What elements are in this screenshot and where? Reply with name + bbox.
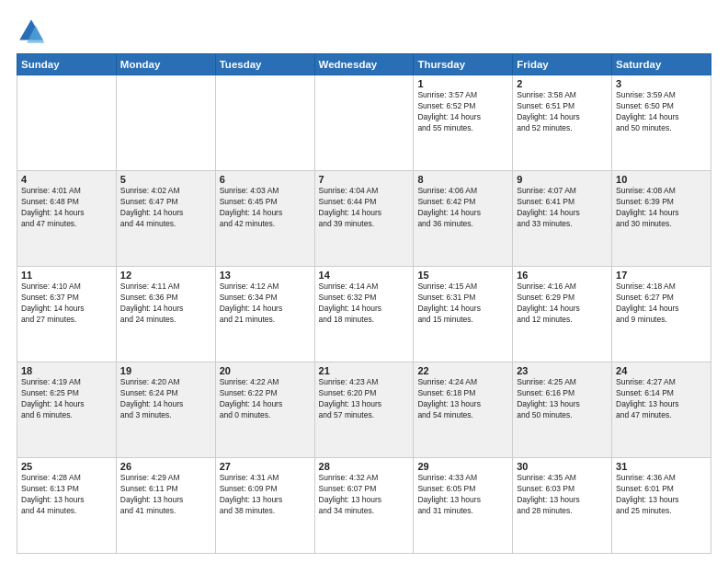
day-info: Sunrise: 4:01 AM Sunset: 6:48 PM Dayligh… — [21, 186, 112, 230]
calendar-cell — [17, 75, 117, 171]
day-info: Sunrise: 4:19 AM Sunset: 6:25 PM Dayligh… — [21, 377, 112, 421]
calendar-cell — [116, 75, 215, 171]
calendar-cell: 21Sunrise: 4:23 AM Sunset: 6:20 PM Dayli… — [314, 362, 414, 458]
calendar-cell: 12Sunrise: 4:11 AM Sunset: 6:36 PM Dayli… — [116, 267, 215, 362]
day-number: 10 — [616, 174, 707, 185]
calendar-cell: 3Sunrise: 3:59 AM Sunset: 6:50 PM Daylig… — [612, 75, 711, 171]
weekday-header-monday: Monday — [116, 54, 215, 75]
day-info: Sunrise: 4:20 AM Sunset: 6:24 PM Dayligh… — [120, 377, 211, 421]
day-number: 19 — [120, 365, 211, 376]
calendar-cell: 25Sunrise: 4:28 AM Sunset: 6:13 PM Dayli… — [17, 458, 117, 554]
day-number: 6 — [220, 174, 311, 185]
week-row-3: 11Sunrise: 4:10 AM Sunset: 6:37 PM Dayli… — [17, 267, 711, 362]
day-info: Sunrise: 3:58 AM Sunset: 6:51 PM Dayligh… — [517, 90, 608, 134]
week-row-4: 18Sunrise: 4:19 AM Sunset: 6:25 PM Dayli… — [17, 362, 711, 458]
calendar-cell — [314, 75, 414, 171]
week-row-5: 25Sunrise: 4:28 AM Sunset: 6:13 PM Dayli… — [17, 458, 711, 554]
day-info: Sunrise: 4:33 AM Sunset: 6:05 PM Dayligh… — [417, 473, 508, 517]
calendar-cell: 1Sunrise: 3:57 AM Sunset: 6:52 PM Daylig… — [414, 75, 513, 171]
day-number: 28 — [319, 461, 410, 472]
weekday-header-tuesday: Tuesday — [215, 54, 314, 75]
day-number: 25 — [21, 461, 112, 472]
calendar-cell: 5Sunrise: 4:02 AM Sunset: 6:47 PM Daylig… — [116, 171, 215, 267]
weekday-header-friday: Friday — [513, 54, 612, 75]
day-number: 21 — [319, 365, 410, 376]
day-info: Sunrise: 4:22 AM Sunset: 6:22 PM Dayligh… — [220, 377, 311, 421]
day-info: Sunrise: 4:36 AM Sunset: 6:01 PM Dayligh… — [616, 473, 707, 517]
logo — [17, 17, 50, 46]
day-info: Sunrise: 4:12 AM Sunset: 6:34 PM Dayligh… — [220, 282, 311, 326]
calendar-cell: 11Sunrise: 4:10 AM Sunset: 6:37 PM Dayli… — [17, 267, 117, 362]
day-number: 14 — [319, 270, 410, 281]
day-number: 18 — [21, 365, 112, 376]
day-number: 31 — [616, 461, 707, 472]
calendar-cell: 16Sunrise: 4:16 AM Sunset: 6:29 PM Dayli… — [513, 267, 612, 362]
day-info: Sunrise: 4:16 AM Sunset: 6:29 PM Dayligh… — [517, 282, 608, 326]
day-info: Sunrise: 4:03 AM Sunset: 6:45 PM Dayligh… — [220, 186, 311, 230]
week-row-1: 1Sunrise: 3:57 AM Sunset: 6:52 PM Daylig… — [17, 75, 711, 171]
day-number: 5 — [120, 174, 211, 185]
day-number: 24 — [616, 365, 707, 376]
weekday-header-row: SundayMondayTuesdayWednesdayThursdayFrid… — [17, 54, 711, 75]
day-info: Sunrise: 4:27 AM Sunset: 6:14 PM Dayligh… — [616, 377, 707, 421]
calendar-cell: 24Sunrise: 4:27 AM Sunset: 6:14 PM Dayli… — [612, 362, 711, 458]
weekday-header-saturday: Saturday — [612, 54, 711, 75]
day-info: Sunrise: 4:28 AM Sunset: 6:13 PM Dayligh… — [21, 473, 112, 517]
calendar-cell: 17Sunrise: 4:18 AM Sunset: 6:27 PM Dayli… — [612, 267, 711, 362]
day-info: Sunrise: 4:25 AM Sunset: 6:16 PM Dayligh… — [517, 377, 608, 421]
calendar-cell: 26Sunrise: 4:29 AM Sunset: 6:11 PM Dayli… — [116, 458, 215, 554]
calendar-cell: 7Sunrise: 4:04 AM Sunset: 6:44 PM Daylig… — [314, 171, 414, 267]
calendar-cell — [215, 75, 314, 171]
day-number: 13 — [220, 270, 311, 281]
day-info: Sunrise: 4:29 AM Sunset: 6:11 PM Dayligh… — [120, 473, 211, 517]
day-info: Sunrise: 4:06 AM Sunset: 6:42 PM Dayligh… — [417, 186, 508, 230]
day-info: Sunrise: 4:04 AM Sunset: 6:44 PM Dayligh… — [319, 186, 410, 230]
calendar-cell: 6Sunrise: 4:03 AM Sunset: 6:45 PM Daylig… — [215, 171, 314, 267]
calendar-cell: 31Sunrise: 4:36 AM Sunset: 6:01 PM Dayli… — [612, 458, 711, 554]
day-number: 16 — [517, 270, 608, 281]
day-number: 9 — [517, 174, 608, 185]
page: SundayMondayTuesdayWednesdayThursdayFrid… — [0, 0, 728, 563]
calendar-cell: 9Sunrise: 4:07 AM Sunset: 6:41 PM Daylig… — [513, 171, 612, 267]
calendar-table: SundayMondayTuesdayWednesdayThursdayFrid… — [17, 53, 711, 554]
day-info: Sunrise: 4:11 AM Sunset: 6:36 PM Dayligh… — [120, 282, 211, 326]
day-info: Sunrise: 4:02 AM Sunset: 6:47 PM Dayligh… — [120, 186, 211, 230]
day-number: 17 — [616, 270, 707, 281]
day-number: 3 — [616, 78, 707, 89]
day-info: Sunrise: 4:32 AM Sunset: 6:07 PM Dayligh… — [319, 473, 410, 517]
day-info: Sunrise: 4:31 AM Sunset: 6:09 PM Dayligh… — [220, 473, 311, 517]
calendar-cell: 4Sunrise: 4:01 AM Sunset: 6:48 PM Daylig… — [17, 171, 117, 267]
day-number: 23 — [517, 365, 608, 376]
calendar-cell: 2Sunrise: 3:58 AM Sunset: 6:51 PM Daylig… — [513, 75, 612, 171]
weekday-header-sunday: Sunday — [17, 54, 117, 75]
calendar-cell: 13Sunrise: 4:12 AM Sunset: 6:34 PM Dayli… — [215, 267, 314, 362]
day-info: Sunrise: 3:57 AM Sunset: 6:52 PM Dayligh… — [417, 90, 508, 134]
header — [17, 17, 711, 46]
day-number: 27 — [220, 461, 311, 472]
calendar-cell: 8Sunrise: 4:06 AM Sunset: 6:42 PM Daylig… — [414, 171, 513, 267]
calendar-cell: 10Sunrise: 4:08 AM Sunset: 6:39 PM Dayli… — [612, 171, 711, 267]
calendar-cell: 14Sunrise: 4:14 AM Sunset: 6:32 PM Dayli… — [314, 267, 414, 362]
day-number: 1 — [417, 78, 508, 89]
day-number: 30 — [517, 461, 608, 472]
day-info: Sunrise: 4:23 AM Sunset: 6:20 PM Dayligh… — [319, 377, 410, 421]
logo-icon — [17, 17, 46, 46]
calendar-cell: 23Sunrise: 4:25 AM Sunset: 6:16 PM Dayli… — [513, 362, 612, 458]
day-info: Sunrise: 4:10 AM Sunset: 6:37 PM Dayligh… — [21, 282, 112, 326]
calendar-cell: 27Sunrise: 4:31 AM Sunset: 6:09 PM Dayli… — [215, 458, 314, 554]
calendar-cell: 29Sunrise: 4:33 AM Sunset: 6:05 PM Dayli… — [414, 458, 513, 554]
day-number: 11 — [21, 270, 112, 281]
day-number: 12 — [120, 270, 211, 281]
day-info: Sunrise: 4:18 AM Sunset: 6:27 PM Dayligh… — [616, 282, 707, 326]
day-info: Sunrise: 4:35 AM Sunset: 6:03 PM Dayligh… — [517, 473, 608, 517]
day-number: 29 — [417, 461, 508, 472]
day-number: 7 — [319, 174, 410, 185]
day-number: 22 — [417, 365, 508, 376]
day-info: Sunrise: 4:07 AM Sunset: 6:41 PM Dayligh… — [517, 186, 608, 230]
day-number: 8 — [417, 174, 508, 185]
calendar-cell: 28Sunrise: 4:32 AM Sunset: 6:07 PM Dayli… — [314, 458, 414, 554]
day-number: 15 — [417, 270, 508, 281]
weekday-header-thursday: Thursday — [414, 54, 513, 75]
day-number: 2 — [517, 78, 608, 89]
day-info: Sunrise: 4:14 AM Sunset: 6:32 PM Dayligh… — [319, 282, 410, 326]
